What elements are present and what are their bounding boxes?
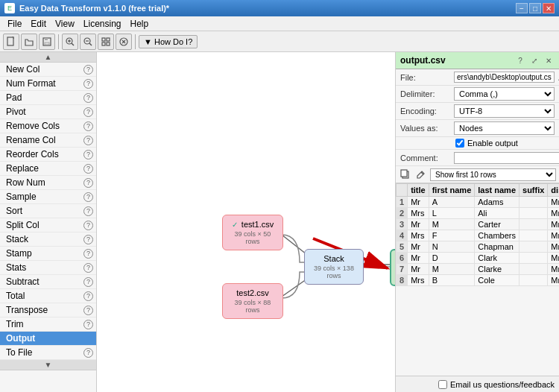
data-cell: Mr: [548, 253, 559, 264]
delimiter-select[interactable]: Comma (,): [454, 87, 555, 101]
help-icon-to-file[interactable]: ?: [83, 348, 93, 358]
node-test1[interactable]: ✓ test1.csv 39 cols × 50 rows: [222, 215, 283, 250]
close-panel-button[interactable]: ✕: [543, 54, 555, 66]
help-icon-num-format[interactable]: ?: [83, 79, 93, 89]
help-icon-transpose[interactable]: ?: [83, 306, 93, 315]
node-test1-label: test1.csv: [241, 220, 274, 229]
node-stack[interactable]: Stack 39 cols × 138 rows: [304, 249, 364, 285]
menu-licensing[interactable]: Licensing: [79, 17, 126, 31]
sidebar-item-split-col[interactable]: Split Col ?: [0, 218, 96, 233]
edit-data-button[interactable]: [414, 168, 428, 181]
node-test2[interactable]: test2.csv 39 cols × 88 rows: [222, 283, 283, 319]
menu-file[interactable]: File: [3, 17, 26, 31]
node-stack-title: Stack: [312, 254, 356, 263]
sidebar-item-total[interactable]: Total ?: [0, 289, 96, 303]
help-icon-split-col[interactable]: ?: [83, 221, 93, 230]
help-icon-new-col[interactable]: ?: [83, 65, 93, 75]
help-icon-stats[interactable]: ?: [83, 263, 93, 273]
help-icon-trim[interactable]: ?: [83, 320, 93, 329]
help-icon-rename-col[interactable]: ?: [83, 136, 93, 145]
sidebar-item-trim[interactable]: Trim ?: [0, 317, 96, 332]
node-test1-info: 39 cols × 50 rows: [230, 230, 275, 245]
email-checkbox[interactable]: [438, 380, 447, 389]
sidebar-item-subtract[interactable]: Subtract ?: [0, 275, 96, 289]
table-row: 6MrDClarkMr: [397, 253, 560, 264]
help-icon-row-num[interactable]: ?: [83, 178, 93, 188]
col-header-dis[interactable]: dis: [548, 184, 559, 197]
data-cell: L: [429, 208, 475, 219]
right-panel-title: output.csv: [400, 55, 446, 66]
sidebar-label-sort: Sort: [6, 206, 22, 216]
show-rows-select[interactable]: Show first 10 rows: [430, 168, 556, 181]
sidebar-item-replace[interactable]: Replace ?: [0, 162, 96, 176]
help-icon-sample[interactable]: ?: [83, 192, 93, 202]
sidebar-item-num-format[interactable]: Num Format ?: [0, 77, 96, 91]
sidebar-item-remove-cols[interactable]: Remove Cols ?: [0, 119, 96, 133]
how-do-i-button[interactable]: ▼ How Do I?: [139, 35, 198, 48]
help-icon-sort[interactable]: ?: [83, 206, 93, 216]
sidebar-item-pad[interactable]: Pad ?: [0, 91, 96, 105]
node-output[interactable]: output.csv 39 cols × 138 rows: [390, 249, 395, 286]
help-icon-total[interactable]: ?: [83, 291, 93, 301]
zoom-out-button[interactable]: [80, 34, 96, 50]
sidebar-item-stamp[interactable]: Stamp ?: [0, 247, 96, 261]
sidebar-item-stack[interactable]: Stack ?: [0, 233, 96, 247]
close-transform-button[interactable]: [116, 34, 132, 50]
data-table-container[interactable]: title first name last name suffix dis 1M…: [396, 183, 559, 376]
help-panel-button[interactable]: ?: [514, 54, 526, 66]
sidebar-item-new-col[interactable]: New Col ?: [0, 63, 96, 77]
encoding-row: Encoding: UTF-8: [396, 103, 559, 120]
menu-help[interactable]: Help: [126, 17, 154, 31]
sidebar-item-output[interactable]: Output: [0, 332, 96, 346]
file-input[interactable]: [454, 72, 555, 83]
sidebar-label-stack: Stack: [6, 234, 28, 244]
help-icon-pad[interactable]: ?: [83, 93, 93, 103]
minimize-button[interactable]: −: [516, 3, 528, 13]
help-icon-replace[interactable]: ?: [83, 164, 93, 174]
sidebar-item-row-num[interactable]: Row Num ?: [0, 176, 96, 190]
sidebar-scroll-up[interactable]: ▲: [0, 52, 96, 63]
menu-view[interactable]: View: [51, 17, 79, 31]
expand-panel-button[interactable]: ⤢: [528, 54, 540, 66]
menu-edit[interactable]: Edit: [26, 17, 51, 31]
data-cell: [519, 275, 548, 286]
sidebar-item-sort[interactable]: Sort ?: [0, 204, 96, 218]
save-button[interactable]: [39, 34, 55, 50]
help-icon-pivot[interactable]: ?: [83, 107, 93, 117]
help-icon-remove-cols[interactable]: ?: [83, 121, 93, 131]
svg-rect-11: [102, 38, 105, 41]
sidebar-item-rename-col[interactable]: Rename Col ?: [0, 133, 96, 148]
help-icon-stack[interactable]: ?: [83, 235, 93, 244]
open-button[interactable]: [21, 34, 37, 50]
close-button[interactable]: ✕: [543, 3, 555, 13]
enable-output-checkbox[interactable]: [455, 139, 464, 148]
help-icon-stamp[interactable]: ?: [83, 249, 93, 259]
sidebar-item-pivot[interactable]: Pivot ?: [0, 105, 96, 119]
copy-data-button[interactable]: [399, 168, 412, 181]
sidebar-item-reorder-cols[interactable]: Reorder Cols ?: [0, 148, 96, 162]
data-cell: Mrs: [548, 208, 559, 219]
node-test1-check: ✓: [232, 221, 238, 229]
comment-label: Comment:: [400, 154, 454, 162]
sidebar-scroll-down[interactable]: ▼: [0, 360, 96, 370]
sidebar-item-to-file[interactable]: To File ?: [0, 346, 96, 360]
col-header-suffix[interactable]: suffix: [519, 184, 548, 197]
file-browse-button[interactable]: …: [556, 72, 559, 83]
col-header-lastname[interactable]: last name: [475, 184, 519, 197]
values-as-select[interactable]: Nodes: [454, 121, 555, 135]
col-header-title[interactable]: title: [408, 184, 429, 197]
col-header-firstname[interactable]: first name: [429, 184, 475, 197]
encoding-select[interactable]: UTF-8: [454, 104, 555, 118]
maximize-button[interactable]: □: [529, 3, 541, 13]
comment-input[interactable]: [454, 152, 559, 164]
grid-button[interactable]: [98, 34, 114, 50]
sidebar-item-stats[interactable]: Stats ?: [0, 261, 96, 275]
zoom-in-button[interactable]: [62, 34, 78, 50]
help-icon-reorder-cols[interactable]: ?: [83, 150, 93, 159]
help-icon-subtract[interactable]: ?: [83, 277, 93, 287]
sidebar-item-transpose[interactable]: Transpose ?: [0, 303, 96, 317]
sidebar-item-sample[interactable]: Sample ?: [0, 190, 96, 204]
canvas-area[interactable]: ✓ test1.csv 39 cols × 50 rows test2.csv …: [97, 52, 395, 392]
new-button[interactable]: [3, 34, 19, 50]
title-bar-left: E Easy Data Transform v1.1.0 (free trial…: [4, 3, 169, 13]
